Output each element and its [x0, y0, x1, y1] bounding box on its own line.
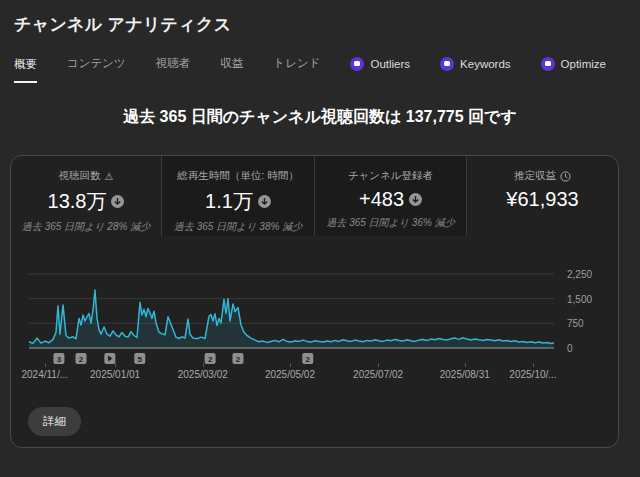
metric-comparison: 過去 365 日間より 28% 減少 — [11, 220, 161, 234]
metric-card-2[interactable]: チャンネル登録者+483過去 365 日間より 36% 減少 — [314, 156, 466, 236]
summary-headline: 過去 365 日間のチャンネル視聴回数は 137,775 回です — [0, 107, 640, 128]
views-chart[interactable]: 325222 — [11, 261, 618, 366]
tab-3[interactable]: 収益 — [220, 56, 243, 83]
x-tick-mark — [290, 363, 291, 367]
metric-label-row: 視聴回数⚠ — [11, 169, 161, 183]
tab-1[interactable]: コンテンツ — [67, 56, 126, 83]
x-axis-labels: 2024/11/...2025/01/012025/03/022025/05/0… — [11, 369, 618, 383]
trend-down-icon — [258, 195, 271, 208]
x-tick-mark — [465, 363, 466, 367]
metric-card-1[interactable]: 総再生時間（単位: 時間）1.1万過去 365 日間より 38% 減少 — [161, 156, 314, 236]
upload-marker-count: 3 — [57, 355, 62, 364]
tab-2[interactable]: 視聴者 — [156, 56, 191, 83]
tab-0[interactable]: 概要 — [14, 57, 37, 83]
metric-value-row: ¥61,933 — [467, 188, 618, 211]
x-tick-mark — [203, 363, 204, 367]
plugin-tab-keywords[interactable]: Keywords — [440, 57, 511, 83]
metric-label: 推定収益 — [514, 169, 556, 183]
y-tick-label: 1,500 — [567, 294, 592, 305]
warning-icon: ⚠ — [105, 171, 114, 182]
metric-cards-row: 視聴回数⚠13.8万過去 365 日間より 28% 減少総再生時間（単位: 時間… — [11, 156, 618, 236]
metric-card-3[interactable]: 推定収益¥61,933 — [466, 156, 618, 236]
x-tick-label: 2025/01/01 — [90, 369, 140, 380]
metric-label-row: チャンネル登録者 — [315, 169, 466, 183]
metric-value-row: 13.8万 — [11, 188, 161, 215]
metric-card-0[interactable]: 視聴回数⚠13.8万過去 365 日間より 28% 減少 — [11, 156, 161, 236]
x-tick-label: 2025/05/02 — [265, 369, 315, 380]
metric-label: 総再生時間（単位: 時間） — [177, 169, 298, 183]
metric-label-row: 推定収益 — [467, 169, 618, 183]
upload-marker-count: 2 — [306, 355, 311, 364]
trend-down-icon — [111, 195, 124, 208]
upload-marker-count: 5 — [138, 355, 143, 364]
metric-comparison: 過去 365 日間より 36% 減少 — [315, 216, 466, 230]
vidiq-icon — [541, 57, 555, 71]
metric-value: ¥61,933 — [506, 188, 578, 211]
plugin-tab-label: Optimize — [561, 58, 606, 70]
y-tick-label: 750 — [567, 318, 584, 329]
x-tick-label: 2025/08/31 — [440, 369, 490, 380]
x-tick-mark — [115, 363, 116, 367]
x-tick-label: 2024/11/... — [21, 369, 68, 380]
vidiq-icon — [440, 57, 454, 71]
details-button[interactable]: 詳細 — [28, 407, 81, 436]
x-tick-label: 2025/10/... — [509, 369, 556, 380]
metric-value-row: +483 — [315, 188, 466, 211]
x-tick-label: 2025/07/02 — [353, 369, 403, 380]
metric-label: チャンネル登録者 — [348, 169, 433, 183]
plugin-tab-label: Keywords — [460, 58, 511, 70]
x-tick-mark — [45, 363, 46, 367]
y-tick-label: 2,250 — [567, 269, 592, 280]
upload-marker-count: 2 — [236, 355, 241, 364]
metric-value: 13.8万 — [48, 188, 107, 215]
metric-value: 1.1万 — [205, 188, 253, 215]
x-tick-mark — [378, 363, 379, 367]
analytics-card: 視聴回数⚠13.8万過去 365 日間より 28% 減少総再生時間（単位: 時間… — [10, 155, 619, 448]
trend-down-icon — [409, 193, 422, 206]
page-title: チャンネル アナリティクス — [14, 13, 231, 36]
plugin-tab-label: Outliers — [370, 58, 410, 70]
metric-comparison: 過去 365 日間より 38% 減少 — [162, 220, 314, 234]
upload-marker-count: 2 — [208, 355, 213, 364]
metric-value-row: 1.1万 — [162, 188, 314, 215]
y-tick-label: 0 — [567, 343, 573, 354]
views-trend-line — [29, 290, 554, 343]
plugin-tab-optimize[interactable]: Optimize — [541, 57, 606, 83]
tab-4[interactable]: トレンド — [273, 56, 320, 83]
metric-label-row: 総再生時間（単位: 時間） — [162, 169, 314, 183]
upload-marker-count: 2 — [79, 355, 84, 364]
x-tick-mark — [533, 363, 534, 367]
metric-value: +483 — [359, 188, 404, 211]
plugin-tab-outliers[interactable]: Outliers — [350, 57, 410, 83]
analytics-page: チャンネル アナリティクス 概要コンテンツ視聴者収益トレンドOutliersKe… — [0, 0, 640, 477]
line-chart-canvas[interactable]: 325222 — [11, 261, 618, 366]
metric-label: 視聴回数 — [59, 169, 101, 183]
analytics-tabbar: 概要コンテンツ視聴者収益トレンドOutliersKeywordsOptimize — [14, 56, 606, 83]
clock-icon — [560, 171, 571, 182]
vidiq-icon — [350, 57, 364, 71]
x-tick-label: 2025/03/02 — [178, 369, 228, 380]
